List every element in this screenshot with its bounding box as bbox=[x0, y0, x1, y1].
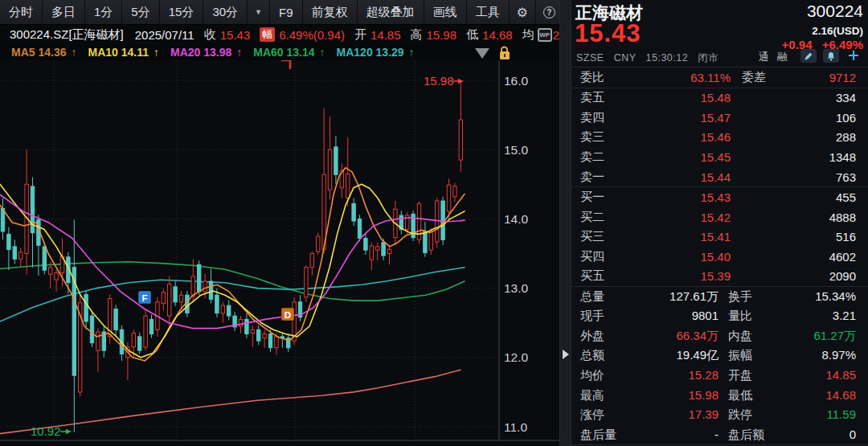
stat-value: 17.39 bbox=[688, 407, 719, 423]
quote-time: 15:30:12 bbox=[646, 52, 689, 63]
up-arrow-icon: ↑ bbox=[71, 46, 76, 59]
open-label: 开 bbox=[354, 27, 366, 43]
weibi-section: 委比 63.11% 委差 9712 bbox=[571, 68, 868, 88]
bell-icon bbox=[826, 51, 836, 61]
stat-label: 总额 bbox=[580, 348, 604, 363]
toolbar-action-3[interactable]: 画线 bbox=[424, 0, 467, 24]
pane-splitter[interactable] bbox=[559, 0, 571, 446]
ma-legend-row: MA5 14.36↑MA10 14.11↑MA20 13.98↑MA60 13.… bbox=[0, 44, 559, 60]
stat-label: 现手 bbox=[580, 309, 604, 324]
quote-header: 正海磁材 300224 15.43 2.16(USD) +0.94 +6.49%… bbox=[571, 0, 868, 68]
amplitude-badge: 幅 bbox=[260, 27, 275, 42]
add-watchlist-button[interactable] bbox=[845, 47, 862, 63]
toolbar-action-1[interactable]: 前复权 bbox=[303, 0, 358, 24]
candle-body bbox=[424, 231, 427, 253]
candle-body bbox=[364, 239, 367, 251]
up-arrow-icon: ↑ bbox=[154, 46, 159, 59]
signal-badge-letter: D bbox=[285, 310, 291, 320]
price-alert-button[interactable] bbox=[823, 49, 839, 63]
bid-row-2[interactable]: 买三15.41516 bbox=[571, 227, 868, 247]
stat-cell: 盘后量- bbox=[580, 428, 719, 443]
stat-cell: 开盘14.85 bbox=[728, 368, 856, 383]
candle-body bbox=[114, 309, 117, 330]
ask-price: 15.45 bbox=[651, 150, 731, 164]
bid-level-label: 买三 bbox=[580, 229, 651, 244]
bid-volume: 4888 bbox=[731, 211, 856, 224]
bid-level-label: 买五 bbox=[580, 268, 651, 284]
chart-collapse-icon[interactable] bbox=[475, 48, 489, 59]
low-value: 14.68 bbox=[482, 28, 513, 42]
stat-value: 19.49亿 bbox=[676, 348, 719, 363]
help-button[interactable]: ? bbox=[536, 0, 559, 24]
candle-body bbox=[251, 329, 254, 333]
toolbar-tab-4[interactable]: 15分 bbox=[160, 0, 204, 24]
ask-row-4[interactable]: 卖一15.44763 bbox=[571, 167, 868, 187]
toolbar-tab-0[interactable]: 分时 bbox=[0, 0, 43, 24]
period-dropdown[interactable]: ▼ bbox=[248, 0, 270, 24]
stat-label: 盘后额 bbox=[728, 428, 764, 443]
info-bar: 300224.SZ[正海磁材] 2025/07/11 收 15.43 幅 6.4… bbox=[0, 25, 559, 44]
toolbar-action-4[interactable]: 工具 bbox=[467, 0, 510, 24]
bid-row-1[interactable]: 买二15.424888 bbox=[571, 207, 868, 227]
up-arrow-icon: ↑ bbox=[320, 46, 326, 59]
ma-label: MA120 13.29 bbox=[337, 46, 404, 59]
avg-label: 均 bbox=[522, 27, 534, 43]
ask-row-1[interactable]: 卖四15.47106 bbox=[571, 108, 868, 128]
stat-label: 内盘 bbox=[728, 329, 752, 344]
stat-label: 换手 bbox=[728, 289, 752, 305]
toolbar-action-2[interactable]: 超级叠加 bbox=[358, 0, 424, 24]
bid-price: 15.41 bbox=[651, 230, 731, 243]
price-chart[interactable]: 16.015.014.013.012.011.015.9810.92FD bbox=[0, 60, 559, 446]
stat-cell: 涨停17.39 bbox=[580, 407, 719, 423]
bid-volume: 4602 bbox=[731, 250, 856, 264]
up-arrow-icon: ↑ bbox=[236, 46, 242, 59]
candle-body bbox=[209, 281, 212, 299]
stat-cell: 总量127.61万 bbox=[580, 289, 719, 305]
candle-body bbox=[198, 264, 201, 292]
candle-body bbox=[328, 149, 331, 190]
ask-row-0[interactable]: 卖五15.48334 bbox=[571, 88, 868, 108]
stat-label: 涨停 bbox=[580, 407, 604, 423]
wp-screen-icon[interactable]: WP bbox=[538, 28, 552, 42]
toolbar-tab-2[interactable]: 1分 bbox=[85, 0, 122, 24]
toolbar-tab-3[interactable]: 5分 bbox=[122, 0, 159, 24]
ask-row-3[interactable]: 卖二15.451348 bbox=[571, 147, 868, 167]
bid-list: 买一15.43455买二15.424888买三15.41516买四15.4046… bbox=[571, 187, 868, 287]
panel-expand-arrow-icon[interactable] bbox=[563, 350, 569, 359]
app-window: 分时多日1分5分15分30分▼F9前复权超级叠加画线工具⚙?› 300224.S… bbox=[0, 0, 868, 446]
stat-value: 14.68 bbox=[825, 388, 856, 403]
ask-row-2[interactable]: 卖三15.46288 bbox=[571, 128, 868, 148]
toolbar-action-0[interactable]: F9 bbox=[270, 0, 303, 24]
candlestick-chart-svg[interactable]: 16.015.014.013.012.011.015.9810.92FD bbox=[0, 60, 559, 446]
y-axis-tick: 15.0 bbox=[504, 143, 529, 157]
stats-row-2: 外盘66.34万内盘61.27万 bbox=[571, 326, 868, 346]
bid-row-3[interactable]: 买四15.404602 bbox=[571, 247, 868, 267]
candle-body bbox=[162, 293, 165, 304]
bid-row-0[interactable]: 买一15.43455 bbox=[571, 187, 868, 207]
ask-price: 15.47 bbox=[651, 111, 731, 125]
candle-body bbox=[174, 287, 177, 302]
market-meta: SZSE CNY 15:30:12 闭市 bbox=[576, 51, 725, 65]
bid-row-4[interactable]: 买五15.392090 bbox=[571, 266, 868, 286]
stat-label: 跌停 bbox=[728, 407, 752, 423]
toolbar-tab-5[interactable]: 30分 bbox=[203, 0, 248, 24]
candle-body bbox=[317, 236, 320, 252]
stat-label: 量比 bbox=[728, 309, 752, 324]
candle-body bbox=[203, 281, 207, 292]
candle-body bbox=[19, 252, 23, 260]
ma-legend-item-0: MA5 14.36↑ bbox=[11, 46, 76, 59]
candle-body bbox=[275, 337, 278, 348]
lock-icon[interactable] bbox=[497, 46, 511, 60]
open-value: 14.85 bbox=[371, 28, 401, 42]
stat-value: 66.34万 bbox=[676, 329, 719, 344]
ma-legend-item-4: MA120 13.29↑ bbox=[337, 46, 415, 59]
edit-note-button[interactable] bbox=[800, 49, 817, 63]
toolbar-tab-1[interactable]: 多日 bbox=[43, 0, 85, 24]
candle-body bbox=[31, 186, 34, 233]
candle-body bbox=[49, 268, 52, 275]
candle-body bbox=[90, 316, 93, 343]
ma-label: MA20 13.98 bbox=[170, 46, 231, 59]
settings-button[interactable]: ⚙ bbox=[510, 0, 536, 24]
bid-volume: 2090 bbox=[731, 269, 856, 283]
ask-volume: 288 bbox=[731, 130, 856, 144]
